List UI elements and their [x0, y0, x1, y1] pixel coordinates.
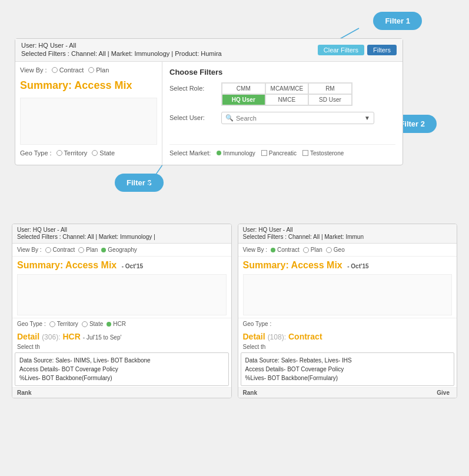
bl-state-circle: [82, 321, 88, 327]
panel-header-info: User: HQ User - All Selected Filters : C…: [21, 42, 222, 58]
market-testosterone[interactable]: Testosterone: [302, 150, 344, 157]
view-by-label-bl: View By :: [17, 247, 42, 253]
territory-radio-circle: [56, 150, 62, 156]
bl-geo-label: Geography: [108, 247, 137, 253]
br-contract-radio[interactable]: Contract: [271, 247, 300, 253]
br-geo-type: Geo Type :: [238, 318, 457, 329]
search-input[interactable]: [236, 115, 354, 122]
role-cmm[interactable]: CMM: [222, 83, 265, 94]
testosterone-check: [302, 150, 308, 156]
role-label: Select Role:: [169, 82, 217, 92]
state-radio-circle: [92, 150, 98, 156]
bl-geo-type-label: Geo Type :: [17, 321, 46, 327]
right-panel: Choose Filters Select Role: CMM MCAM/MCE…: [162, 62, 403, 165]
filters-button[interactable]: Filters: [367, 45, 397, 55]
market-pancreatic[interactable]: Pancreatic: [261, 150, 297, 157]
role-filter-row: Select Role: CMM MCAM/MCE RM HQ User NMC…: [169, 82, 395, 106]
plan-radio[interactable]: Plan: [88, 66, 109, 74]
role-sduser[interactable]: SD User: [308, 94, 352, 105]
br-tooltip-line3: %Lives- BOT Backbone(Formulary): [245, 374, 450, 382]
left-panel: View By : Contract Plan Summary: Access …: [15, 62, 162, 165]
search-icon: 🔍: [225, 114, 234, 122]
view-by-label-br: View By :: [243, 247, 268, 253]
role-mcam[interactable]: MCAM/MCE: [265, 83, 309, 94]
clear-filters-button[interactable]: Clear Filters: [318, 45, 364, 55]
bottom-section: User: HQ User - All Selected Filters : C…: [0, 218, 469, 404]
br-summary-text: Summary: Access Mix: [243, 260, 342, 270]
br-give-label: Give: [437, 390, 450, 396]
br-contract-dot: [271, 248, 275, 252]
dropdown-arrow-icon: ▼: [364, 115, 370, 121]
territory-label: Territory: [64, 149, 88, 157]
br-date: - Oct'15: [347, 263, 368, 269]
bottom-left-panel: User: HQ User - All Selected Filters : C…: [12, 224, 232, 398]
br-plan-radio[interactable]: Plan: [303, 247, 322, 253]
br-rank-bar: Rank Give: [238, 387, 457, 398]
bl-contract-radio[interactable]: Contract: [45, 247, 75, 253]
contract-radio[interactable]: Contract: [52, 66, 84, 74]
bl-hcr[interactable]: HCR: [107, 321, 126, 327]
choose-filters-title: Choose Filters: [169, 68, 395, 76]
bl-state-label: State: [89, 321, 103, 327]
bottom-left-filters: Selected Filters : Channel: All | Market…: [17, 234, 227, 240]
contract-label: Contract: [59, 66, 84, 74]
br-geo-radio[interactable]: Geo: [326, 247, 345, 253]
bl-plan-circle: [78, 247, 84, 253]
br-tooltip-line1: Data Source: Sales- Rebates, Lives- IHS: [245, 356, 450, 365]
state-radio[interactable]: State: [92, 149, 115, 157]
pancreatic-label: Pancreatic: [269, 150, 297, 157]
br-rank-label: Rank: [243, 390, 257, 396]
bottom-left-viewby: View By : Contract Plan Geography: [12, 244, 231, 257]
bl-geo-dot: [101, 248, 106, 252]
role-hquser[interactable]: HQ User: [222, 94, 265, 105]
territory-radio[interactable]: Territory: [56, 149, 88, 157]
view-by-label: View By :: [20, 66, 47, 74]
user-label: Select User:: [169, 112, 217, 121]
br-contract-label: Contract: [277, 247, 300, 253]
bottom-right-filters: Selected Filters : Channel: All | Market…: [243, 234, 453, 240]
plan-label: Plan: [96, 66, 109, 74]
state-label: State: [99, 149, 115, 157]
bl-tooltip-line1: Data Source: Sales- INIMS, Lives- BOT Ba…: [19, 356, 224, 365]
bl-contract-circle: [45, 247, 51, 253]
br-tooltip: Data Source: Sales- Rebates, Lives- IHS …: [241, 352, 455, 386]
br-detail-type: Contract: [288, 332, 322, 341]
main-panel: User: HQ User - All Selected Filters : C…: [15, 38, 403, 165]
bl-select-text: Select th: [12, 342, 231, 351]
bl-date: - Oct'15: [122, 263, 143, 269]
geo-label: Geo Type :: [20, 149, 52, 157]
immunology-label: Immunology: [223, 150, 255, 157]
bl-geo-type: Geo Type : Territory State HCR: [12, 318, 231, 329]
user-line: User: HQ User - All: [21, 42, 222, 49]
bl-state[interactable]: State: [82, 321, 103, 327]
role-nmce[interactable]: NMCE: [265, 94, 309, 105]
br-plan-label: Plan: [311, 247, 322, 253]
pancreatic-check: [261, 150, 267, 156]
role-rm[interactable]: RM: [308, 83, 352, 94]
market-immunology[interactable]: Immunology: [217, 150, 255, 157]
top-section: Filter 1 Filter 2 Filter 3 User: HQ User…: [0, 0, 469, 212]
filter-1-bubble: Filter 1: [373, 12, 422, 30]
bl-territory-circle: [49, 321, 55, 327]
bl-detail-count: (306):: [42, 333, 60, 341]
bl-hcr-label: HCR: [113, 321, 126, 327]
br-geo-label: Geo: [334, 247, 345, 253]
immunology-dot: [217, 151, 221, 155]
role-grid: CMM MCAM/MCE RM HQ User NMCE SD User: [221, 82, 352, 106]
search-box[interactable]: 🔍 ▼: [221, 112, 374, 124]
bl-territory-label: Territory: [57, 321, 78, 327]
bl-tooltip-line2: Access Details- BOT Coverage Policy: [19, 365, 224, 374]
market-label: Select Market:: [169, 149, 211, 157]
testosterone-label: Testosterone: [310, 150, 344, 157]
bottom-right-user: User: HQ User - All: [243, 227, 453, 233]
bl-plan-radio[interactable]: Plan: [78, 247, 98, 253]
bl-geo-radio[interactable]: Geography: [101, 247, 137, 253]
bl-rank-bar: Rank: [12, 387, 231, 398]
bl-tooltip: Data Source: Sales- INIMS, Lives- BOT Ba…: [15, 352, 229, 386]
bl-territory[interactable]: Territory: [49, 321, 78, 327]
bl-hcr-dot: [107, 322, 111, 327]
bottom-right-summary: Summary: Access Mix - Oct'15: [238, 257, 457, 272]
br-tooltip-line2: Access Details- BOT Coverage Policy: [245, 365, 450, 374]
bottom-left-header: User: HQ User - All Selected Filters : C…: [12, 224, 231, 244]
spacer: [169, 130, 395, 142]
